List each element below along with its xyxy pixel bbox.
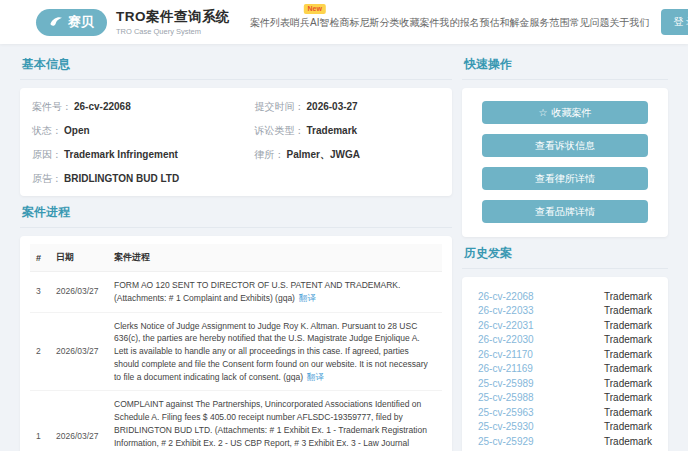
history-case-type: Trademark (604, 349, 652, 360)
nav-item-service-scope[interactable]: 服务范围 (529, 14, 569, 30)
section-title-basic-info: 基本信息 (20, 48, 452, 80)
app-header: 赛贝 TRO案件查询系统 TRO Case Query System 案件列表 … (0, 0, 688, 44)
history-case-type: Trademark (604, 334, 652, 345)
nav-item-favorite-cases[interactable]: 收藏案件 (399, 14, 439, 30)
app-subtitle: TRO Case Query System (116, 27, 230, 36)
field-case-number: 案件号：26-cv-22068 (32, 100, 255, 114)
history-case-type: Trademark (604, 378, 652, 389)
section-title-case-progress: 案件进程 (20, 196, 452, 228)
favorite-case-button[interactable]: ☆ 收藏案件 (482, 101, 648, 124)
star-icon: ☆ (539, 108, 548, 118)
column-header-progress: 案件进程 (108, 244, 442, 272)
history-row: 25-cv-25929Trademark (478, 434, 652, 449)
history-case-type: Trademark (604, 291, 652, 302)
table-row: 1 2026/03/27 COMPLAINT against The Partn… (30, 391, 442, 451)
history-row: 26-cv-22033Trademark (478, 304, 652, 319)
field-lawsuit-type-value: Trademark (307, 125, 358, 136)
field-submit-date-label: 提交时间： (255, 101, 305, 112)
field-submit-date: 提交时间：2026-03-27 (255, 100, 440, 114)
view-brand-button[interactable]: 查看品牌详情 (482, 200, 648, 223)
quick-actions-card: ☆ 收藏案件 查看诉状信息 查看律所详情 查看品牌详情 (462, 88, 668, 237)
field-law-firm: 律所：Palmer、JWGA (255, 148, 440, 162)
app-title-block: TRO案件查询系统 TRO Case Query System (116, 8, 230, 36)
row-description: Clerks Notice of Judge Assignment to Jud… (108, 312, 442, 391)
history-case-type: Trademark (604, 392, 652, 403)
brand-logo[interactable]: 赛贝 (36, 9, 107, 36)
history-case-type: Trademark (604, 320, 652, 331)
nav-item-sentinel-ai-check[interactable]: New 哨兵AI智检 (290, 14, 339, 30)
field-status-value: Open (64, 125, 90, 136)
favorite-case-button-label: 收藏案件 (551, 106, 591, 120)
history-row: 26-cv-21169Trademark (478, 362, 652, 377)
table-row: 2 2026/03/27 Clerks Notice of Judge Assi… (30, 312, 442, 391)
new-badge: New (304, 4, 326, 14)
history-case-link[interactable]: 25-cv-25989 (478, 378, 534, 389)
history-case-type: Trademark (604, 407, 652, 418)
field-cause: 原因：Trademark Infringement (32, 148, 255, 162)
history-row: 25-cv-25930Trademark (478, 420, 652, 435)
history-case-link[interactable]: 26-cv-22031 (478, 320, 534, 331)
row-index: 1 (30, 391, 50, 451)
field-status-label: 状态： (32, 125, 62, 136)
column-header-index: # (30, 244, 50, 272)
main-nav: 案件列表 New 哨兵AI智检 商标尼斯分类 收藏案件 我的报名 预估和解金 服… (250, 14, 649, 30)
translate-link[interactable]: 翻译 (307, 372, 324, 382)
nav-item-case-list[interactable]: 案件列表 (250, 14, 290, 30)
nav-item-sentinel-ai-check-label: 哨兵AI智检 (290, 17, 339, 28)
history-case-type: Trademark (604, 436, 652, 447)
history-row: 25-cv-25989Trademark (478, 376, 652, 391)
section-title-quick-actions: 快速操作 (462, 48, 668, 80)
row-date: 2026/03/27 (50, 272, 108, 313)
history-row: 26-cv-21170Trademark (478, 347, 652, 362)
history-case-link[interactable]: 25-cv-25929 (478, 436, 534, 447)
row-description-text: FORM AO 120 SENT TO DIRECTOR OF U.S. PAT… (114, 280, 400, 303)
row-date: 2026/03/27 (50, 391, 108, 451)
history-case-type: Trademark (604, 363, 652, 374)
app-title: TRO案件查询系统 (116, 8, 230, 26)
basic-info-card: 案件号：26-cv-22068 提交时间：2026-03-27 状态：Open … (20, 88, 452, 196)
row-index: 2 (30, 312, 50, 391)
row-date: 2026/03/27 (50, 312, 108, 391)
nav-item-faq[interactable]: 常见问题 (569, 14, 609, 30)
row-description-text: COMPLAINT against The Partnerships, Unin… (114, 399, 427, 451)
history-row: 26-cv-22068Trademark (478, 289, 652, 304)
table-header-row: # 日期 案件进程 (30, 244, 442, 272)
history-case-link[interactable]: 25-cv-25930 (478, 421, 534, 432)
history-card: 26-cv-22068Trademark 26-cv-22033Trademar… (462, 277, 668, 451)
history-case-type: Trademark (604, 305, 652, 316)
history-case-type: Trademark (604, 421, 652, 432)
field-lawsuit-type: 诉讼类型：Trademark (255, 124, 440, 138)
nav-item-nice-classification[interactable]: 商标尼斯分类 (339, 14, 399, 30)
view-complaint-button[interactable]: 查看诉状信息 (482, 134, 648, 157)
nav-item-settlement-estimate[interactable]: 预估和解金 (479, 14, 529, 30)
column-header-date: 日期 (50, 244, 108, 272)
history-case-link[interactable]: 25-cv-25963 (478, 407, 534, 418)
history-row: 25-cv-25963Trademark (478, 405, 652, 420)
login-button[interactable]: 登 录 (661, 9, 688, 35)
history-row: 26-cv-22031Trademark (478, 318, 652, 333)
history-case-link[interactable]: 26-cv-21169 (478, 363, 533, 374)
brand-logo-text: 赛贝 (68, 13, 94, 31)
history-row: 25-cv-25988Trademark (478, 391, 652, 406)
history-case-link[interactable]: 26-cv-22068 (478, 291, 534, 302)
field-case-number-label: 案件号： (32, 101, 72, 112)
nav-item-about-us[interactable]: 关于我们 (609, 14, 649, 30)
nav-item-my-registration[interactable]: 我的报名 (439, 14, 479, 30)
left-column: 基本信息 案件号：26-cv-22068 提交时间：2026-03-27 状态：… (20, 48, 452, 451)
saibei-logo-icon (49, 15, 63, 29)
field-plaintiff-label: 原告： (32, 173, 62, 184)
main-content: 基本信息 案件号：26-cv-22068 提交时间：2026-03-27 状态：… (0, 44, 688, 451)
translate-link[interactable]: 翻译 (299, 293, 316, 303)
right-column: 快速操作 ☆ 收藏案件 查看诉状信息 查看律所详情 查看品牌详情 历史发案 26… (462, 48, 668, 451)
history-case-link[interactable]: 26-cv-22033 (478, 305, 534, 316)
field-submit-date-value: 2026-03-27 (307, 101, 358, 112)
history-case-link[interactable]: 25-cv-25988 (478, 392, 534, 403)
field-law-firm-value: Palmer、JWGA (287, 149, 360, 160)
field-cause-label: 原因： (32, 149, 62, 160)
row-description: COMPLAINT against The Partnerships, Unin… (108, 391, 442, 451)
history-case-link[interactable]: 26-cv-21170 (478, 349, 533, 360)
field-case-number-value: 26-cv-22068 (74, 101, 131, 112)
view-lawfirm-button[interactable]: 查看律所详情 (482, 167, 648, 190)
table-row: 3 2026/03/27 FORM AO 120 SENT TO DIRECTO… (30, 272, 442, 313)
history-case-link[interactable]: 26-cv-22030 (478, 334, 534, 345)
